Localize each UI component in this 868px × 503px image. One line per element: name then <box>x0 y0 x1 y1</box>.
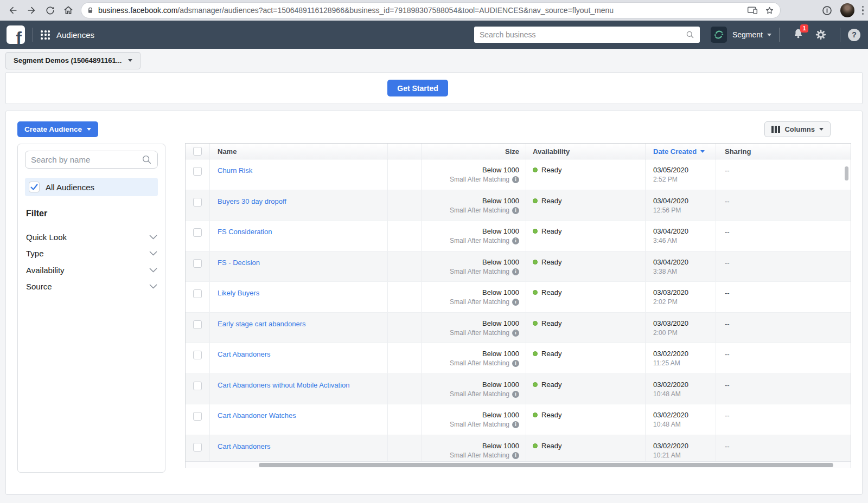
audience-name-link[interactable]: FS - Decision <box>218 259 260 267</box>
send-to-device-icon[interactable] <box>747 6 758 15</box>
account-bar: Segment Demos (15064891161... <box>0 49 868 72</box>
availability-value: Ready <box>541 410 562 420</box>
row-spacer <box>388 313 422 343</box>
facebook-logo[interactable]: f <box>7 25 25 44</box>
row-spacer <box>388 190 422 221</box>
home-icon[interactable] <box>61 3 76 18</box>
info-icon[interactable]: i <box>512 176 519 183</box>
all-audiences-filter[interactable]: All Audiences <box>25 178 158 196</box>
header-date-created[interactable]: Date Created <box>646 144 716 159</box>
info-icon[interactable]: i <box>512 237 519 244</box>
name-search-input[interactable] <box>31 155 142 164</box>
help-icon: ? <box>852 30 857 39</box>
info-icon[interactable]: i <box>512 360 519 367</box>
notifications-button[interactable]: 1 <box>793 28 804 42</box>
header-name[interactable]: Name <box>210 144 388 159</box>
size-value: Below 1000 <box>422 319 519 328</box>
browser-profile-avatar[interactable] <box>840 3 854 17</box>
business-search-input[interactable] <box>480 30 686 39</box>
bookmark-star-icon[interactable] <box>764 5 775 16</box>
info-icon[interactable]: i <box>512 299 519 306</box>
filter-title: Filter <box>26 209 165 218</box>
all-audiences-checkbox[interactable] <box>29 182 40 192</box>
chevron-down-icon <box>149 284 157 289</box>
filter-item[interactable]: Source <box>26 279 157 295</box>
audience-name-link[interactable]: Cart Abandoner Watches <box>218 411 296 420</box>
header-size[interactable]: Size <box>422 144 526 159</box>
info-icon[interactable]: i <box>512 330 519 337</box>
row-checkbox[interactable] <box>193 228 202 237</box>
segment-logo[interactable] <box>711 27 727 43</box>
extension-icon[interactable] <box>821 5 833 16</box>
ad-account-selector[interactable]: Segment Demos (15064891161... <box>5 52 141 69</box>
header-sharing[interactable]: Sharing <box>716 144 851 159</box>
row-checkbox[interactable] <box>193 289 202 298</box>
row-checkbox[interactable] <box>193 320 202 329</box>
audience-name-link[interactable]: FS Consideration <box>218 228 272 236</box>
horizontal-scrollbar-thumb[interactable] <box>259 463 833 467</box>
columns-button[interactable]: Columns <box>764 121 831 137</box>
header-availability[interactable]: Availability <box>526 144 646 159</box>
business-name[interactable]: Segment <box>732 30 763 39</box>
time-created-value: 2:02 PM <box>653 298 716 307</box>
create-audience-button[interactable]: Create Audience <box>17 121 98 137</box>
settings-button[interactable] <box>815 29 827 41</box>
size-value: Below 1000 <box>422 257 519 267</box>
audience-name-link[interactable]: Early stage cart abandoners <box>218 320 306 328</box>
back-icon[interactable] <box>5 3 21 18</box>
get-started-button[interactable]: Get Started <box>387 80 448 96</box>
browser-menu-icon[interactable] <box>862 6 864 15</box>
audience-name-link[interactable]: Cart Abandoners <box>218 350 271 358</box>
time-created-value: 3:38 AM <box>653 267 716 276</box>
info-icon[interactable]: i <box>512 268 519 275</box>
url-domain: business.facebook.com <box>98 6 177 15</box>
audience-name-link[interactable]: Churn Risk <box>218 166 252 175</box>
row-checkbox[interactable] <box>193 443 202 452</box>
vertical-scrollbar-thumb[interactable] <box>845 166 848 180</box>
audience-name-link[interactable]: Cart Abandoners <box>218 442 271 450</box>
get-started-banner: Get Started <box>5 72 863 104</box>
row-checkbox[interactable] <box>193 412 202 421</box>
date-created-value: 03/04/2020 <box>653 196 716 205</box>
info-icon[interactable]: i <box>512 452 519 459</box>
time-created-value: 2:00 PM <box>653 328 716 338</box>
forward-icon[interactable] <box>24 3 39 18</box>
filter-item[interactable]: Availability <box>26 262 157 279</box>
table-body: Churn Risk Below 1000 Small After Matchi… <box>186 159 851 461</box>
info-icon[interactable]: i <box>512 391 519 398</box>
filter-item[interactable]: Type <box>26 246 157 262</box>
row-checkbox[interactable] <box>193 167 202 176</box>
availability-value: Ready <box>541 227 562 236</box>
row-checkbox[interactable] <box>193 382 202 390</box>
url-bar[interactable]: business.facebook.com/adsmanager/audienc… <box>81 3 780 18</box>
horizontal-scrollbar[interactable] <box>186 461 851 468</box>
time-created-value: 2:52 PM <box>653 175 716 184</box>
filter-item[interactable]: Quick Look <box>26 229 157 246</box>
audience-name-link[interactable]: Cart Abandoners without Mobile Activatio… <box>218 381 350 389</box>
ad-account-label: Segment Demos (15064891161... <box>14 56 122 65</box>
row-checkbox[interactable] <box>193 198 202 207</box>
refresh-icon[interactable] <box>42 3 58 18</box>
columns-label: Columns <box>784 125 815 133</box>
row-checkbox[interactable] <box>193 351 202 359</box>
info-icon[interactable]: i <box>512 421 519 428</box>
info-icon[interactable]: i <box>512 207 519 214</box>
apps-grid-icon[interactable] <box>41 30 50 40</box>
browser-toolbar: business.facebook.com/adsmanager/audienc… <box>0 0 868 21</box>
lock-icon <box>87 7 94 15</box>
table-row: Cart Abandoners Below 1000 Small After M… <box>186 343 851 374</box>
business-switcher-caret-icon[interactable] <box>767 34 771 36</box>
size-note: Small After Matching <box>450 420 509 429</box>
audience-name-link[interactable]: Likely Buyers <box>218 289 259 297</box>
select-all-checkbox[interactable] <box>193 147 202 156</box>
row-checkbox[interactable] <box>193 259 202 268</box>
gear-icon <box>815 29 827 41</box>
audience-name-link[interactable]: Buyers 30 day dropoff <box>218 197 286 205</box>
table-row: Cart Abandoner Watches Below 1000 Small … <box>186 404 851 435</box>
date-created-value: 03/03/2020 <box>653 319 716 328</box>
help-button[interactable]: ? <box>848 29 860 41</box>
size-value: Below 1000 <box>422 410 519 420</box>
row-spacer <box>388 374 422 404</box>
size-value: Below 1000 <box>422 227 519 236</box>
size-value: Below 1000 <box>422 349 519 358</box>
